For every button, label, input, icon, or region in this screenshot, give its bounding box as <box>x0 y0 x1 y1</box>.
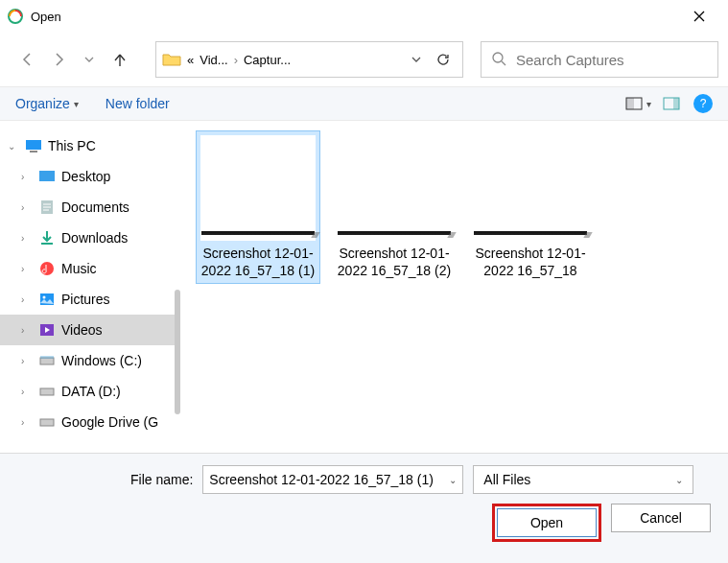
tree-drive-c[interactable]: ›Windows (C:) <box>0 345 180 376</box>
tree-documents[interactable]: ›Documents <box>0 192 180 223</box>
drive-icon <box>38 384 56 399</box>
chevron-right-icon: › <box>21 264 33 274</box>
title-bar: Open <box>0 0 728 33</box>
documents-icon <box>38 199 56 215</box>
search-box[interactable] <box>481 41 718 78</box>
chevron-right-icon: › <box>21 417 33 428</box>
desktop-icon <box>38 169 56 184</box>
file-name: Screenshot 12-01-2022 16_57_18 (2) <box>337 245 452 279</box>
tree-label: Videos <box>61 322 103 338</box>
tree-label: Windows (C:) <box>61 353 142 368</box>
tree-desktop[interactable]: ›Desktop <box>0 161 180 192</box>
new-folder-button[interactable]: New folder <box>106 96 170 111</box>
svg-point-12 <box>43 296 46 299</box>
breadcrumb-ellipsis[interactable]: « <box>187 53 194 67</box>
tree-drive-d[interactable]: ›DATA (D:) <box>0 376 180 407</box>
drive-icon <box>38 414 56 430</box>
chevron-right-icon: › <box>21 387 33 397</box>
organize-button[interactable]: Organize▾ <box>15 96 79 111</box>
chevron-right-icon: › <box>234 53 238 67</box>
svg-rect-14 <box>40 358 54 364</box>
tree-label: Downloads <box>61 230 128 246</box>
svg-rect-5 <box>673 98 679 109</box>
file-item[interactable]: Screenshot 12-01-2022 16_57_18 (2) <box>332 130 457 284</box>
drive-icon <box>38 353 56 368</box>
file-list: Screenshot 12-01-2022 16_57_18 (1) Scree… <box>180 121 728 453</box>
file-name: Screenshot 12-01-2022 16_57_18 <box>473 245 588 279</box>
search-icon <box>491 51 506 69</box>
tree-label: DATA (D:) <box>61 384 121 399</box>
downloads-icon <box>38 230 56 246</box>
svg-rect-15 <box>40 356 54 359</box>
tree-google-drive[interactable]: ›Google Drive (G <box>0 407 180 437</box>
tree-videos[interactable]: ›Videos <box>0 315 180 345</box>
chevron-right-icon: › <box>21 202 33 213</box>
close-button[interactable] <box>678 4 720 29</box>
svg-rect-16 <box>40 388 54 395</box>
file-thumbnail <box>473 135 588 241</box>
tree-label: Google Drive (G <box>61 414 158 430</box>
file-type-filter[interactable]: All Files ⌄ <box>473 465 693 494</box>
cancel-button[interactable]: Cancel <box>611 504 711 532</box>
chevron-down-icon: ⌄ <box>675 475 683 485</box>
nav-row: « Vid... › Captur... <box>0 33 728 86</box>
address-dropdown[interactable] <box>403 54 430 65</box>
svg-rect-6 <box>26 140 41 150</box>
tree-label: Desktop <box>61 169 110 184</box>
chevron-right-icon: › <box>21 356 33 366</box>
recent-dropdown[interactable] <box>81 51 98 68</box>
footer: File name: Screenshot 12-01-2022 16_57_1… <box>0 453 728 563</box>
file-name-input[interactable]: Screenshot 12-01-2022 16_57_18 (1) ⌄ <box>202 465 463 494</box>
toolbar: Organize▾ New folder ▾ ? <box>0 86 728 121</box>
folder-icon <box>162 52 181 67</box>
tree-label: Pictures <box>61 292 110 307</box>
address-bar[interactable]: « Vid... › Captur... <box>155 41 463 78</box>
music-icon <box>38 261 56 276</box>
filter-value: All Files <box>483 472 530 487</box>
chevron-right-icon: › <box>21 172 33 182</box>
svg-point-1 <box>493 53 503 62</box>
back-button[interactable] <box>19 51 36 68</box>
svg-point-10 <box>40 262 54 275</box>
svg-rect-3 <box>626 98 634 109</box>
tree-pictures[interactable]: ›Pictures <box>0 284 180 315</box>
pictures-icon <box>38 292 56 307</box>
chevron-right-icon: › <box>21 325 33 336</box>
file-item[interactable]: Screenshot 12-01-2022 16_57_18 (1) <box>196 130 320 284</box>
tree-music[interactable]: ›Music <box>0 253 180 284</box>
chevron-down-icon: ⌄ <box>8 141 19 152</box>
chevron-down-icon: ⌄ <box>449 475 457 485</box>
forward-button[interactable] <box>50 51 67 68</box>
svg-rect-8 <box>39 171 55 181</box>
svg-rect-7 <box>30 151 37 152</box>
breadcrumb-seg-2[interactable]: Captur... <box>244 53 291 67</box>
tree-this-pc[interactable]: ⌄ This PC <box>0 130 180 161</box>
file-name-label: File name: <box>130 472 193 487</box>
breadcrumb-seg-1[interactable]: Vid... <box>200 53 227 67</box>
file-thumbnail <box>337 135 452 241</box>
view-mode-button[interactable]: ▾ <box>625 97 651 110</box>
tree-label: Music <box>61 261 97 276</box>
svg-rect-17 <box>40 419 54 426</box>
help-button[interactable]: ? <box>693 94 713 113</box>
sidebar-scrollbar[interactable] <box>175 290 180 414</box>
tree-downloads[interactable]: ›Downloads <box>0 223 180 253</box>
file-thumbnail <box>200 135 316 241</box>
search-input[interactable] <box>516 52 708 68</box>
refresh-button[interactable] <box>430 52 457 67</box>
pc-icon <box>25 138 42 153</box>
file-item[interactable]: Screenshot 12-01-2022 16_57_18 <box>468 130 593 284</box>
open-highlight: Open <box>492 504 601 542</box>
tree-label: This PC <box>48 138 96 153</box>
app-icon <box>8 9 23 24</box>
file-name: Screenshot 12-01-2022 16_57_18 (1) <box>200 245 316 279</box>
preview-pane-button[interactable] <box>663 97 680 110</box>
window-title: Open <box>31 10 678 24</box>
videos-icon <box>38 322 56 338</box>
tree-label: Documents <box>61 199 129 215</box>
chevron-right-icon: › <box>21 233 33 244</box>
up-button[interactable] <box>111 51 129 68</box>
chevron-right-icon: › <box>21 294 33 305</box>
file-name-value: Screenshot 12-01-2022 16_57_18 (1) <box>209 472 434 487</box>
open-button[interactable]: Open <box>497 508 597 537</box>
